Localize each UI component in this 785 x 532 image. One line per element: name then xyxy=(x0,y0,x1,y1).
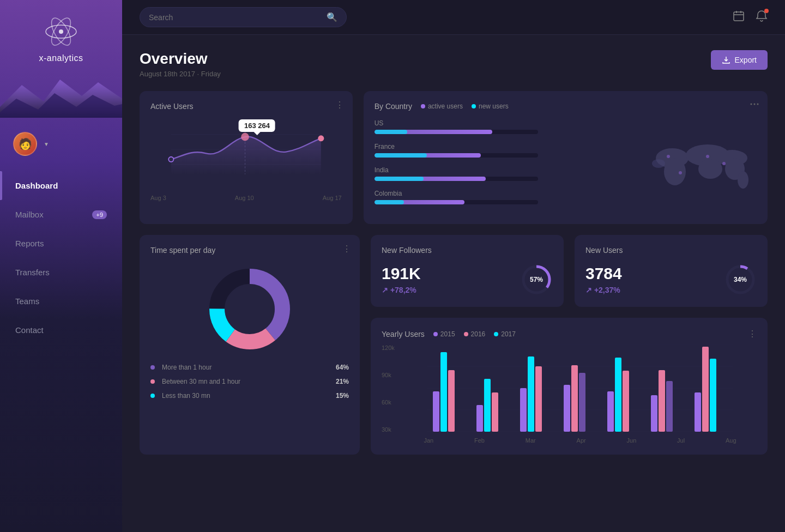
svg-point-16 xyxy=(664,158,686,185)
sidebar-nav: Dashboard Mailbox +9 Reports Transfers T… xyxy=(0,171,122,532)
sidebar: x-analytics 🧑 ▼ Dashboard Mailbox +9 Rep… xyxy=(0,0,122,532)
sidebar-item-label: Transfers xyxy=(15,268,50,277)
svg-rect-44 xyxy=(484,379,491,432)
atom-icon xyxy=(45,15,77,48)
x-axis-labels: Jan Feb Mar Apr Jun Jul Aug xyxy=(403,437,757,444)
svg-rect-53 xyxy=(615,358,621,432)
sidebar-item-dashboard[interactable]: Dashboard xyxy=(0,171,122,200)
followers-ring: 57% xyxy=(520,263,553,296)
svg-rect-55 xyxy=(651,395,657,432)
svg-point-12 xyxy=(751,104,752,105)
notification-badge xyxy=(764,9,769,13)
svg-rect-47 xyxy=(528,356,534,432)
row-2: Time spent per day ⋮ xyxy=(140,235,768,455)
sidebar-item-contact[interactable]: Contact xyxy=(0,316,122,344)
logo-area: x-analytics xyxy=(0,0,122,74)
legend-row-0: More than 1 hour 64% xyxy=(150,364,349,371)
users-ring: 34% xyxy=(724,263,757,296)
svg-rect-50 xyxy=(571,365,578,432)
followers-value: 191K xyxy=(382,264,421,283)
yearly-bar-chart xyxy=(403,344,757,432)
chart-tooltip: 163 264 xyxy=(239,119,275,132)
sidebar-item-transfers[interactable]: Transfers xyxy=(0,258,122,287)
svg-point-24 xyxy=(706,155,709,158)
country-row-india: India xyxy=(375,166,637,181)
mailbox-badge: +9 xyxy=(92,210,107,219)
by-country-card: By Country active users new users US xyxy=(364,91,768,224)
followers-change: ↗ +78,2% xyxy=(382,286,416,294)
country-row-france: France xyxy=(375,143,637,158)
sidebar-item-label: Reports xyxy=(15,239,44,248)
search-box[interactable]: 🔍 xyxy=(140,7,347,27)
avatar: 🧑 xyxy=(13,132,37,156)
sidebar-item-label: Teams xyxy=(15,297,39,306)
new-followers-card: New Followers 191K ↗ +78,2% xyxy=(371,235,564,307)
user-profile[interactable]: 🧑 ▼ xyxy=(0,125,122,162)
time-spent-menu-icon[interactable]: ⋮ xyxy=(342,244,351,254)
svg-rect-41 xyxy=(440,352,447,432)
search-icon: 🔍 xyxy=(327,12,337,22)
legend-active: active users xyxy=(421,102,463,110)
yearly-title: Yearly Users xyxy=(382,330,425,338)
active-users-title: Active Users xyxy=(150,102,342,111)
country-row-us: US xyxy=(375,119,637,134)
world-map xyxy=(648,119,757,213)
search-input[interactable] xyxy=(149,13,327,22)
yearly-menu-icon[interactable]: ⋮ xyxy=(748,329,757,339)
svg-rect-56 xyxy=(659,370,665,432)
sidebar-item-label: Contact xyxy=(15,325,44,335)
legend-new: new users xyxy=(472,102,509,110)
x-label-2: Aug 17 xyxy=(323,195,342,201)
donut-chart xyxy=(150,265,349,353)
export-button[interactable]: Export xyxy=(711,50,768,70)
new-users-title: New Users xyxy=(585,246,757,255)
chart-x-labels: Aug 3 Aug 10 Aug 17 xyxy=(150,195,342,201)
donut-legend: More than 1 hour 64% Between 30 mn and 1… xyxy=(150,364,349,400)
export-label: Export xyxy=(735,56,757,64)
active-users-card: Active Users ⋮ 163 264 xyxy=(140,91,353,224)
topbar-right xyxy=(733,10,768,25)
page-date: August 18th 2017 · Friday xyxy=(140,70,221,78)
main-area: 🔍 Overview August 18th 2 xyxy=(122,0,785,532)
svg-rect-57 xyxy=(666,381,673,432)
svg-point-25 xyxy=(722,162,726,165)
svg-point-10 xyxy=(241,134,249,141)
svg-point-13 xyxy=(754,104,756,105)
sidebar-item-reports[interactable]: Reports xyxy=(0,229,122,258)
svg-rect-48 xyxy=(535,366,542,432)
page-title-area: Overview August 18th 2017 · Friday xyxy=(140,50,221,78)
svg-rect-43 xyxy=(476,405,483,432)
notification-icon[interactable] xyxy=(756,10,768,25)
svg-rect-60 xyxy=(710,359,716,432)
svg-point-11 xyxy=(318,136,323,141)
sidebar-item-teams[interactable]: Teams xyxy=(0,287,122,316)
app-name: x-analytics xyxy=(39,53,83,63)
sidebar-item-label: Mailbox xyxy=(15,210,44,219)
page-header: Overview August 18th 2017 · Friday Expor… xyxy=(140,50,768,78)
active-users-menu-icon[interactable]: ⋮ xyxy=(335,100,344,110)
yearly-users-card: Yearly Users 2015 2016 2017 ⋮ 120k xyxy=(371,318,768,455)
new-users-card: New Users 3784 ↗ +2,37% xyxy=(575,235,768,307)
svg-rect-4 xyxy=(734,12,744,21)
svg-rect-40 xyxy=(433,391,439,432)
svg-rect-54 xyxy=(623,371,629,432)
svg-rect-46 xyxy=(520,388,527,432)
page-title: Overview xyxy=(140,50,221,68)
followers-ring-label: 57% xyxy=(530,276,543,283)
by-country-menu-icon[interactable] xyxy=(750,100,759,111)
by-country-inner: US France xyxy=(375,119,757,213)
mountain-decoration xyxy=(0,74,122,118)
svg-point-9 xyxy=(168,157,173,162)
time-spent-title: Time spent per day xyxy=(150,246,349,255)
active-users-chart: 163 264 xyxy=(150,119,342,190)
svg-rect-51 xyxy=(579,373,585,432)
svg-rect-52 xyxy=(607,391,614,432)
svg-point-3 xyxy=(59,29,63,34)
yearly-legend: 2015 2016 2017 xyxy=(433,330,516,338)
sidebar-item-mailbox[interactable]: Mailbox +9 xyxy=(0,200,122,229)
calendar-icon[interactable] xyxy=(733,10,745,25)
row-1: Active Users ⋮ 163 264 xyxy=(140,91,768,224)
x-label-1: Aug 10 xyxy=(235,195,254,201)
legend-row-1: Between 30 mn and 1 hour 21% xyxy=(150,378,349,385)
svg-point-26 xyxy=(679,171,682,174)
